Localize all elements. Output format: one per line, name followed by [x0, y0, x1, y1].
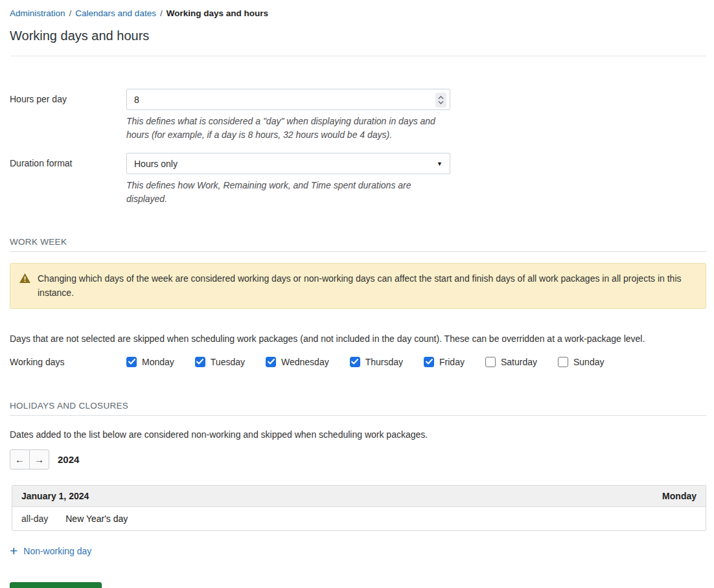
- warning-icon: [19, 273, 30, 285]
- select-caret-icon: ▼: [437, 161, 443, 167]
- day-label: Saturday: [501, 357, 537, 367]
- breadcrumb-current: Working days and hours: [167, 8, 268, 18]
- work-week-heading: WORK WEEK: [10, 237, 706, 247]
- next-year-button[interactable]: →: [29, 449, 49, 469]
- checkbox-icon[interactable]: [195, 357, 205, 367]
- day-checkbox-thursday[interactable]: Thursday: [350, 357, 403, 367]
- breadcrumb-separator: /: [69, 8, 72, 18]
- working-days-settings-page: Administration / Calendars and dates / W…: [0, 0, 714, 588]
- arrow-right-icon: →: [34, 454, 44, 465]
- checkbox-icon[interactable]: [266, 357, 276, 367]
- checkbox-icon[interactable]: [350, 357, 360, 367]
- duration-format-select[interactable]: Hours only ▼: [126, 153, 450, 174]
- holiday-weekday: Monday: [662, 491, 697, 501]
- previous-year-button[interactable]: ←: [10, 449, 30, 469]
- work-week-warning-banner: Changing which days of the week are cons…: [10, 263, 706, 309]
- add-non-working-day-link[interactable]: + Non-working day: [10, 546, 91, 556]
- day-checkbox-wednesday[interactable]: Wednesday: [266, 357, 329, 367]
- day-checkbox-sunday[interactable]: Sunday: [558, 357, 604, 367]
- working-days-row: Working days Monday Tuesday Wednesday Th…: [10, 357, 706, 367]
- work-week-description: Days that are not selected are skipped w…: [10, 333, 706, 346]
- day-checkbox-friday[interactable]: Friday: [424, 357, 465, 367]
- working-days-list: Monday Tuesday Wednesday Thursday Friday…: [126, 357, 604, 367]
- breadcrumb-link-calendars-and-dates[interactable]: Calendars and dates: [75, 8, 156, 18]
- day-label: Thursday: [365, 357, 403, 367]
- day-label: Monday: [142, 357, 174, 367]
- holiday-entry-row[interactable]: all-day New Year's day: [12, 507, 706, 530]
- duration-format-help: This defines how Work, Remaining work, a…: [126, 179, 445, 205]
- holidays-divider: [10, 415, 706, 416]
- holidays-heading: HOLIDAYS AND CLOSURES: [10, 401, 706, 411]
- chevron-up-icon: [438, 96, 444, 100]
- holiday-time: all-day: [21, 514, 48, 524]
- duration-format-value: Hours only: [134, 159, 178, 169]
- add-non-working-day-label: Non-working day: [23, 546, 91, 556]
- holiday-name: New Year's day: [65, 514, 128, 524]
- number-stepper-icon[interactable]: [435, 93, 446, 107]
- hours-per-day-input[interactable]: 8: [126, 89, 450, 110]
- holidays-description: Dates added to the list below are consid…: [10, 429, 706, 440]
- day-checkbox-monday[interactable]: Monday: [126, 357, 174, 367]
- breadcrumb-link-administration[interactable]: Administration: [10, 8, 65, 18]
- checkbox-icon[interactable]: [485, 357, 496, 367]
- working-days-label: Working days: [10, 357, 126, 367]
- day-checkbox-tuesday[interactable]: Tuesday: [195, 357, 245, 367]
- checkbox-icon[interactable]: [126, 357, 137, 367]
- current-year-label: 2024: [58, 454, 79, 465]
- day-label: Friday: [439, 357, 465, 367]
- chevron-down-icon: [438, 100, 444, 104]
- breadcrumb-separator: /: [160, 8, 163, 18]
- work-week-warning-text: Changing which days of the week are cons…: [38, 272, 695, 300]
- holiday-date: January 1, 2024: [21, 491, 89, 501]
- hours-per-day-help: This defines what is considered a "day" …: [126, 115, 445, 141]
- checkbox-icon[interactable]: [558, 357, 568, 367]
- hours-per-day-value: 8: [134, 95, 139, 105]
- page-title: Working days and hours: [10, 28, 706, 43]
- work-week-divider: [10, 251, 706, 252]
- duration-format-label: Duration format: [10, 153, 126, 168]
- day-checkbox-saturday[interactable]: Saturday: [485, 357, 537, 367]
- day-label: Tuesday: [211, 357, 245, 367]
- hours-per-day-label: Hours per day: [10, 89, 126, 104]
- duration-format-row: Duration format Hours only ▼ This define…: [10, 153, 706, 205]
- title-divider: [10, 56, 706, 56]
- breadcrumb: Administration / Calendars and dates / W…: [10, 0, 706, 18]
- apply-changes-button[interactable]: Apply changes: [10, 582, 102, 588]
- holiday-list: January 1, 2024 Monday all-day New Year'…: [12, 485, 706, 531]
- day-label: Sunday: [573, 357, 604, 367]
- arrow-left-icon: ←: [15, 454, 25, 465]
- year-navigation: ← → 2024: [10, 449, 706, 469]
- hours-per-day-row: Hours per day 8 This defines what is con…: [10, 89, 706, 141]
- holiday-date-header: January 1, 2024 Monday: [12, 486, 706, 507]
- plus-icon: +: [10, 546, 17, 556]
- day-label: Wednesday: [281, 357, 329, 367]
- checkbox-icon[interactable]: [424, 357, 434, 367]
